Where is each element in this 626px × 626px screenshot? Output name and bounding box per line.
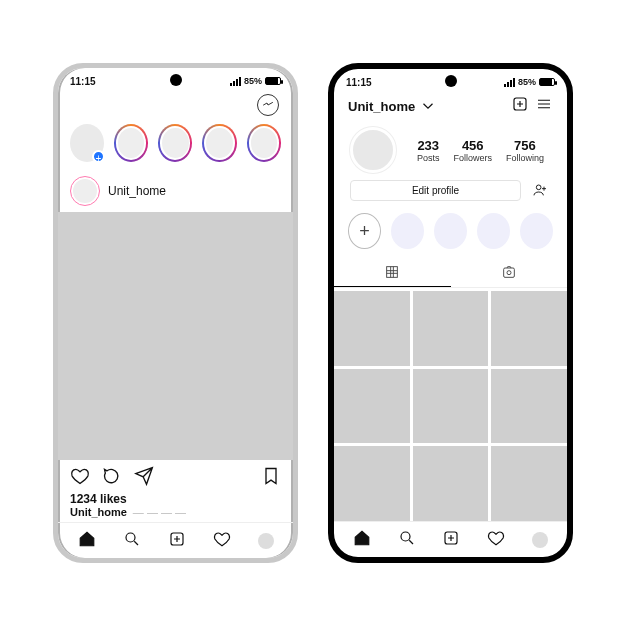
phone-profile: 11:15 85% Unit_home 233 Posts 456 Follow…: [328, 63, 573, 563]
svg-point-0: [126, 533, 135, 542]
profile-topbar: Unit_home: [334, 91, 567, 121]
svg-point-7: [401, 532, 410, 541]
stat-label: Following: [506, 153, 544, 163]
bottom-nav: [58, 522, 293, 558]
battery-icon: [265, 77, 281, 85]
plus-icon: +: [92, 150, 105, 163]
stat-label: Posts: [417, 153, 440, 163]
home-icon: [353, 529, 371, 547]
likes-count[interactable]: 1234 likes: [58, 492, 293, 506]
post-image[interactable]: [58, 212, 293, 460]
add-person-icon: [532, 182, 548, 198]
nav-add[interactable]: [168, 530, 186, 552]
nav-search[interactable]: [398, 529, 416, 551]
story-item[interactable]: [202, 124, 236, 162]
tab-tagged[interactable]: [451, 257, 568, 287]
create-button[interactable]: [511, 95, 529, 117]
highlight-item[interactable]: [434, 213, 467, 249]
post-thumbnail[interactable]: [413, 291, 489, 366]
discover-people-button[interactable]: [529, 179, 551, 201]
stat-following[interactable]: 756 Following: [506, 138, 544, 163]
caption-username[interactable]: Unit_home: [70, 506, 127, 518]
grid-icon: [384, 264, 400, 280]
bookmark-icon: [261, 466, 281, 486]
search-icon: [398, 529, 416, 547]
battery-pct: 85%: [518, 77, 536, 87]
highlight-add[interactable]: +: [348, 213, 381, 249]
post-caption: Unit_home — — — —: [58, 506, 293, 522]
handle-text: Unit_home: [348, 99, 415, 114]
heart-icon: [70, 466, 90, 486]
story-item[interactable]: [114, 124, 148, 162]
nav-activity[interactable]: [213, 530, 231, 552]
nav-home[interactable]: [78, 530, 96, 552]
profile-handle[interactable]: Unit_home: [348, 97, 505, 115]
post-thumbnail[interactable]: [491, 291, 567, 366]
send-icon: [134, 466, 154, 486]
battery-icon: [539, 78, 555, 86]
stat-count: 456: [453, 138, 492, 153]
plus-square-icon: [168, 530, 186, 548]
camera-notch: [445, 75, 457, 87]
clock: 11:15: [70, 76, 96, 87]
tagged-icon: [501, 264, 517, 280]
plus-square-icon: [511, 95, 529, 113]
camera-notch: [170, 74, 182, 86]
nav-activity[interactable]: [487, 529, 505, 551]
post-username[interactable]: Unit_home: [108, 184, 166, 198]
feed-topbar: [58, 90, 293, 120]
svg-point-6: [507, 271, 511, 275]
save-button[interactable]: [261, 466, 281, 490]
highlight-item[interactable]: [520, 213, 553, 249]
highlights-row: +: [334, 207, 567, 257]
post-thumbnail[interactable]: [334, 369, 410, 444]
story-item[interactable]: [247, 124, 281, 162]
comment-icon: [102, 466, 122, 486]
story-item[interactable]: [158, 124, 192, 162]
profile-avatar[interactable]: [350, 127, 396, 173]
post-thumbnail[interactable]: [491, 369, 567, 444]
post-thumbnail[interactable]: [334, 291, 410, 366]
post-thumbnail[interactable]: [413, 369, 489, 444]
bottom-nav: [334, 521, 567, 557]
nav-profile[interactable]: [532, 532, 548, 548]
comment-button[interactable]: [102, 466, 122, 490]
clock: 11:15: [346, 77, 372, 88]
edit-profile-button[interactable]: Edit profile: [350, 180, 521, 201]
profile-tabs: [334, 257, 567, 288]
battery-pct: 85%: [244, 76, 262, 86]
share-button[interactable]: [134, 466, 154, 490]
menu-icon: [535, 95, 553, 113]
signal-icon: [504, 78, 515, 87]
stat-count: 233: [417, 138, 440, 153]
story-add[interactable]: +: [70, 124, 104, 162]
menu-button[interactable]: [535, 95, 553, 117]
stat-label: Followers: [453, 153, 492, 163]
nav-home[interactable]: [353, 529, 371, 551]
signal-icon: [230, 77, 241, 86]
highlight-item[interactable]: [477, 213, 510, 249]
heart-icon: [213, 530, 231, 548]
post-header: Unit_home: [58, 170, 293, 212]
tab-grid[interactable]: [334, 257, 451, 287]
stat-posts[interactable]: 233 Posts: [417, 138, 440, 163]
nav-add[interactable]: [442, 529, 460, 551]
stat-followers[interactable]: 456 Followers: [453, 138, 492, 163]
nav-search[interactable]: [123, 530, 141, 552]
post-thumbnail[interactable]: [334, 446, 410, 521]
messenger-button[interactable]: [257, 94, 279, 116]
post-thumbnail[interactable]: [413, 446, 489, 521]
caption-text: — — — —: [133, 506, 186, 518]
nav-profile[interactable]: [258, 533, 274, 549]
post-actions: [58, 460, 293, 492]
feed-post: Unit_home 1234 likes Unit_home — — — —: [58, 170, 293, 522]
search-icon: [123, 530, 141, 548]
highlight-item[interactable]: [391, 213, 424, 249]
edit-profile-row: Edit profile: [334, 179, 567, 207]
like-button[interactable]: [70, 466, 90, 490]
post-avatar[interactable]: [70, 176, 100, 206]
svg-point-3: [536, 185, 541, 190]
heart-icon: [487, 529, 505, 547]
chevron-down-icon: [419, 97, 437, 115]
post-thumbnail[interactable]: [491, 446, 567, 521]
